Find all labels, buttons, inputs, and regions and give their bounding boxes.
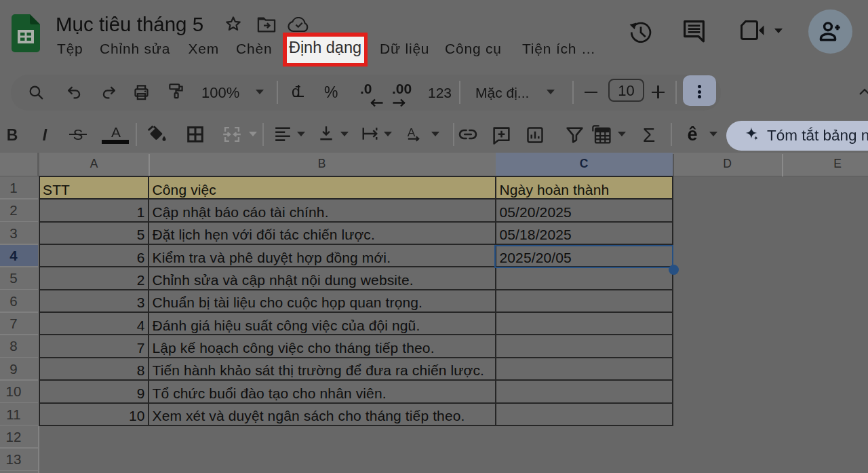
svg-text:A: A — [408, 126, 416, 139]
